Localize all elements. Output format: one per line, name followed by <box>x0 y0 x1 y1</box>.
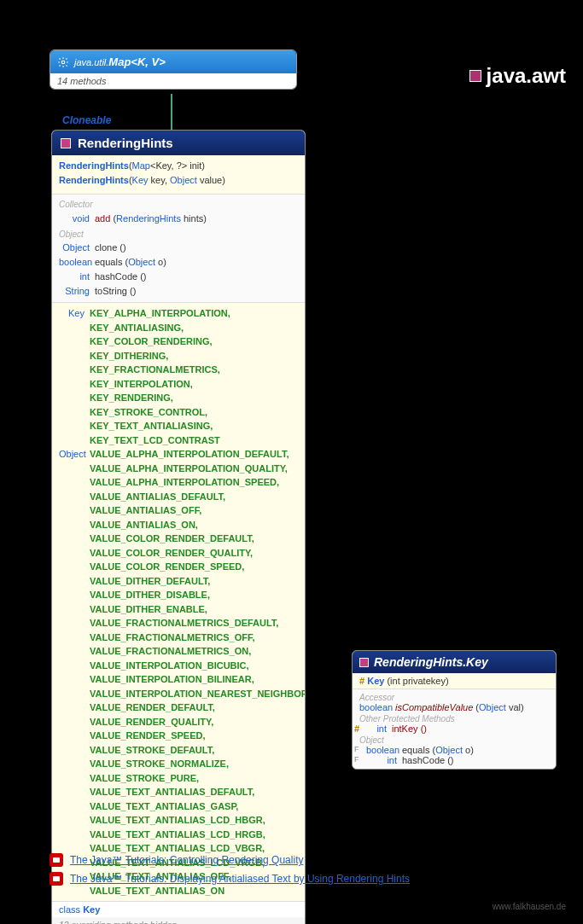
links-section: The Java™ Tutorials: Controlling Renderi… <box>50 853 410 891</box>
field-value: VALUE_FRACTIONALMETRICS_DEFAULT, <box>90 616 306 631</box>
field-key: KEY_FRACTIONALMETRICS, <box>90 363 298 377</box>
tutorial-link[interactable]: The Java™ Tutorials: Displaying Antialia… <box>70 873 410 885</box>
field-key: KEY_STROKE_CONTROL, <box>90 405 298 420</box>
field-value: VALUE_TEXT_ANTIALIAS_DEFAULT, <box>90 785 306 799</box>
map-methods-count: 14 methods <box>50 73 296 89</box>
field-key: KEY_TEXT_ANTIALIASING, <box>90 419 298 433</box>
field-value: VALUE_STROKE_DEFAULT, <box>90 743 306 758</box>
method-row: void add (RenderingHints hints) <box>52 212 305 226</box>
gear-icon <box>57 56 69 68</box>
key-header: RenderingHints.Key <box>353 651 556 673</box>
oracle-icon <box>50 853 63 867</box>
connector-line <box>171 94 172 130</box>
field-key: KEY_ALPHA_INTERPOLATION, <box>90 306 298 321</box>
field-key: KEY_COLOR_RENDERING, <box>90 334 298 349</box>
field-value: VALUE_INTERPOLATION_NEAREST_NEIGHBOR, <box>90 687 306 701</box>
section-other-protected: Other Protected Methods <box>353 712 556 724</box>
field-value: VALUE_STROKE_PURE, <box>90 771 306 786</box>
rh-constructors: RenderingHints(Map<Key, ?> init) Renderi… <box>52 155 305 194</box>
rh-fields: Key KEY_ALPHA_INTERPOLATION,KEY_ANTIALIA… <box>52 302 305 901</box>
field-value: VALUE_DITHER_DEFAULT, <box>90 574 306 589</box>
key-title: RenderingHints.Key <box>374 655 488 669</box>
map-interface-box: java.util.Map<K, V> 14 methods <box>50 49 297 90</box>
field-key: KEY_RENDERING, <box>90 391 298 405</box>
field-key: KEY_INTERPOLATION, <box>90 377 298 392</box>
field-key: KEY_TEXT_LCD_CONTRAST <box>90 433 298 448</box>
field-value: VALUE_ANTIALIAS_ON, <box>90 518 306 532</box>
keys-block: Key KEY_ALPHA_INTERPOLATION,KEY_ANTIALIA… <box>59 306 298 447</box>
method-row: String toString () <box>52 284 305 299</box>
field-value: VALUE_RENDER_DEFAULT, <box>90 700 306 715</box>
package-icon <box>469 70 481 82</box>
link-row: The Java™ Tutorials: Displaying Antialia… <box>50 872 410 886</box>
field-value: VALUE_RENDER_QUALITY, <box>90 715 306 729</box>
field-value: VALUE_INTERPOLATION_BILINEAR, <box>90 672 306 687</box>
field-value: VALUE_COLOR_RENDER_SPEED, <box>90 560 306 574</box>
field-value: VALUE_ALPHA_INTERPOLATION_DEFAULT, <box>90 447 306 462</box>
oracle-icon <box>50 872 63 886</box>
field-key: KEY_ANTIALIASING, <box>90 321 298 335</box>
link-row: The Java™ Tutorials: Controlling Renderi… <box>50 853 410 867</box>
class-icon <box>359 658 369 667</box>
method-row: F boolean equals (Object o) <box>353 745 556 755</box>
field-value: VALUE_FRACTIONALMETRICS_ON, <box>90 644 306 659</box>
class-icon <box>61 138 71 148</box>
rh-footer: 12 overriding methods hidden <box>52 917 305 924</box>
method-row: # int intKey () <box>353 724 556 734</box>
field-key: KEY_DITHERING, <box>90 349 298 363</box>
field-value: VALUE_TEXT_ANTIALIAS_LCD_HRGB, <box>90 828 306 842</box>
key-ctor: # Key (int privatekey) <box>353 673 556 689</box>
section-accessor: Accessor <box>353 691 556 702</box>
section-object: Object <box>52 226 305 241</box>
section-collector: Collector <box>52 196 305 212</box>
values-block: Object VALUE_ALPHA_INTERPOLATION_DEFAULT… <box>59 447 298 898</box>
method-row: boolean isCompatibleValue (Object val) <box>353 702 556 712</box>
package-name: java.awt <box>487 64 566 88</box>
section-object: Object <box>353 734 556 745</box>
tutorial-link[interactable]: The Java™ Tutorials: Controlling Renderi… <box>70 854 303 866</box>
field-value: VALUE_ANTIALIAS_DEFAULT, <box>90 490 306 504</box>
method-row: Object clone () <box>52 241 305 255</box>
map-header: java.util.Map<K, V> <box>50 50 296 73</box>
field-value: VALUE_TEXT_ANTIALIAS_GASP, <box>90 799 306 814</box>
footer-url: www.falkhausen.de <box>493 902 566 911</box>
map-typeparams: <K, V> <box>131 55 165 68</box>
field-value: VALUE_STROKE_NORMALIZE, <box>90 757 306 771</box>
field-value: VALUE_COLOR_RENDER_DEFAULT, <box>90 532 306 546</box>
field-value: VALUE_ALPHA_INTERPOLATION_SPEED, <box>90 475 306 490</box>
field-value: VALUE_COLOR_RENDER_QUALITY, <box>90 546 306 561</box>
ctor-row: RenderingHints(Key key, Object value) <box>59 173 298 188</box>
cloneable-label: Cloneable <box>62 114 111 126</box>
inner-class-row: class Key <box>52 901 305 917</box>
key-methods: Accessor boolean isCompatibleValue (Obje… <box>353 689 556 769</box>
map-classname: Map <box>108 55 131 68</box>
rh-title: RenderingHints <box>78 136 173 150</box>
field-value: VALUE_RENDER_SPEED, <box>90 729 306 743</box>
rh-methods: Collector void add (RenderingHints hints… <box>52 194 305 302</box>
field-value: VALUE_ALPHA_INTERPOLATION_QUALITY, <box>90 462 306 476</box>
method-row: int hashCode () <box>52 270 305 284</box>
package-label: java.awt <box>469 64 566 88</box>
method-row: F int hashCode () <box>353 755 556 765</box>
field-value: VALUE_DITHER_ENABLE, <box>90 602 306 617</box>
svg-point-0 <box>61 61 65 64</box>
key-class-box: RenderingHints.Key # Key (int privatekey… <box>352 650 557 770</box>
ctor-row: RenderingHints(Map<Key, ?> init) <box>59 159 298 173</box>
method-row: boolean equals (Object o) <box>52 255 305 270</box>
field-value: VALUE_TEXT_ANTIALIAS_LCD_HBGR, <box>90 813 306 828</box>
field-value: VALUE_FRACTIONALMETRICS_OFF, <box>90 631 306 645</box>
rh-header: RenderingHints <box>52 131 305 155</box>
map-package: java.util. <box>74 57 108 67</box>
field-value: VALUE_ANTIALIAS_OFF, <box>90 503 306 518</box>
field-value: VALUE_INTERPOLATION_BICUBIC, <box>90 659 306 673</box>
field-value: VALUE_DITHER_DISABLE, <box>90 588 306 602</box>
renderinghints-box: RenderingHints RenderingHints(Map<Key, ?… <box>51 130 306 924</box>
